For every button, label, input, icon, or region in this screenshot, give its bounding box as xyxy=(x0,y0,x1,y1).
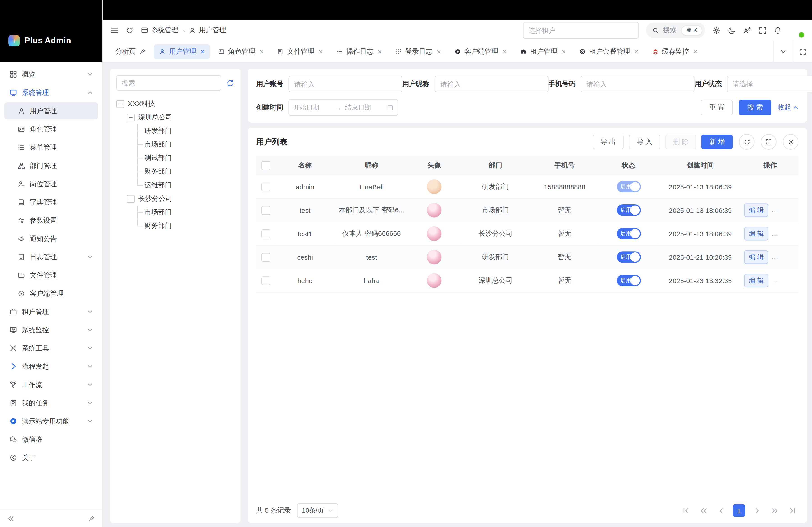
row-checkbox[interactable] xyxy=(261,253,270,261)
sidebar-item-parameter-settings[interactable]: 参数设置 xyxy=(4,212,98,229)
close-icon[interactable]: × xyxy=(437,48,441,55)
tab-operation-log[interactable]: 操作日志 × xyxy=(331,44,387,59)
tab-analysis-page[interactable]: 分析页 xyxy=(110,44,151,59)
sidebar-item-system-management[interactable]: 系统管理 xyxy=(4,84,98,101)
tree-node-dept[interactable]: 市场部门 xyxy=(116,138,234,151)
refresh-icon[interactable] xyxy=(126,26,134,34)
status-select[interactable]: 请选择 xyxy=(727,76,812,92)
breadcrumb-level1[interactable]: 系统管理 xyxy=(151,26,178,35)
page-size-select[interactable]: 10条/页 xyxy=(297,503,338,518)
tab-cache-monitor[interactable]: 缓存监控 × xyxy=(647,44,703,59)
status-toggle[interactable]: 启用 xyxy=(617,251,641,263)
export-button[interactable]: 导 出 xyxy=(593,135,624,149)
prev-page-button[interactable] xyxy=(715,504,728,517)
close-icon[interactable]: × xyxy=(562,48,566,55)
close-icon[interactable]: × xyxy=(259,48,264,55)
account-input[interactable] xyxy=(289,76,402,92)
sidebar-item-process-initiation[interactable]: 流程发起 xyxy=(4,358,98,375)
tree-node-dept[interactable]: 运维部门 xyxy=(116,178,234,192)
sidebar-item-file-management[interactable]: 文件管理 xyxy=(4,267,98,284)
sidebar-item-client-management[interactable]: 客户端管理 xyxy=(4,285,98,302)
table-settings-gear-button[interactable] xyxy=(783,134,798,150)
translate-icon[interactable] xyxy=(743,26,752,34)
search-button[interactable]: 搜 索 xyxy=(739,100,771,115)
fast-forward-button[interactable] xyxy=(768,504,781,517)
sidebar-item-role-management[interactable]: 角色管理 xyxy=(4,120,98,137)
table-refresh-button[interactable] xyxy=(739,134,754,150)
tree-node-branch[interactable]: 长沙分公司 xyxy=(116,192,234,205)
sidebar-item-workflow[interactable]: 工作流 xyxy=(4,376,98,393)
tree-search-input[interactable] xyxy=(116,75,221,91)
sidebar-item-overview[interactable]: 概览 xyxy=(4,66,98,83)
tab-login-log[interactable]: 登录日志 × xyxy=(390,44,446,59)
collapse-box-icon[interactable] xyxy=(116,100,124,108)
tab-client-management[interactable]: 客户端管理 × xyxy=(449,44,512,59)
date-range-picker[interactable]: 开始日期 → 结束日期 xyxy=(289,99,398,116)
nickname-input[interactable] xyxy=(435,76,548,92)
row-checkbox[interactable] xyxy=(261,206,270,215)
tree-node-dept[interactable]: 财务部门 xyxy=(116,219,234,232)
user-avatar[interactable] xyxy=(789,22,804,38)
tab-tenant-management[interactable]: 租户管理 × xyxy=(515,44,571,59)
sidebar-item-demo-features[interactable]: 演示站专用功能 xyxy=(4,412,98,430)
edit-button[interactable]: 编 辑 xyxy=(744,251,768,264)
phone-input[interactable] xyxy=(581,76,695,92)
tab-tenant-package-management[interactable]: 租户套餐管理 × xyxy=(574,44,644,59)
status-toggle[interactable]: 启用 xyxy=(617,181,641,193)
row-checkbox[interactable] xyxy=(261,229,270,238)
sidebar-item-log-management[interactable]: 日志管理 xyxy=(4,248,98,265)
tree-node-branch[interactable]: 深圳总公司 xyxy=(116,110,234,124)
close-icon[interactable]: × xyxy=(200,48,205,55)
reset-button[interactable]: 重 置 xyxy=(701,100,733,115)
tab-file-management[interactable]: 文件管理 × xyxy=(272,44,328,59)
next-page-button[interactable] xyxy=(751,504,763,517)
status-toggle[interactable]: 启用 xyxy=(617,275,641,286)
tree-node-dept[interactable]: 市场部门 xyxy=(116,206,234,219)
global-search-button[interactable]: 搜索 ⌘ K xyxy=(646,22,705,38)
sidebar-item-post-management[interactable]: 岗位管理 xyxy=(4,175,98,192)
tab-user-management[interactable]: 用户管理 × xyxy=(154,44,210,59)
close-icon[interactable]: × xyxy=(693,48,698,55)
collapse-box-icon[interactable] xyxy=(127,195,135,202)
sidebar-item-tenant-management[interactable]: 租户管理 xyxy=(4,303,98,320)
close-icon[interactable]: × xyxy=(378,48,382,55)
sidebar-item-notice-announcement[interactable]: 通知公告 xyxy=(4,230,98,247)
sidebar-item-system-tools[interactable]: 系统工具 xyxy=(4,340,98,357)
sidebar-item-my-tasks[interactable]: 我的任务 xyxy=(4,394,98,411)
sidebar-item-dictionary-management[interactable]: 字典管理 xyxy=(4,193,98,211)
close-icon[interactable]: × xyxy=(634,48,639,55)
row-checkbox[interactable] xyxy=(261,276,270,285)
tree-node-dept[interactable]: 测试部门 xyxy=(116,151,234,165)
tenant-select-input[interactable] xyxy=(523,22,639,39)
tab-role-management[interactable]: 角色管理 × xyxy=(213,44,269,59)
collapse-filters-link[interactable]: 收起 xyxy=(778,103,798,112)
close-icon[interactable]: × xyxy=(318,48,323,55)
tab-list-chevron-button[interactable] xyxy=(773,41,793,62)
status-toggle[interactable]: 启用 xyxy=(617,205,641,216)
close-icon[interactable]: × xyxy=(503,48,507,55)
status-toggle[interactable]: 启用 xyxy=(617,228,641,239)
collapse-box-icon[interactable] xyxy=(127,114,135,121)
sidebar-item-about[interactable]: 关于 xyxy=(4,449,98,466)
last-page-button[interactable] xyxy=(786,504,798,517)
import-button[interactable]: 导 入 xyxy=(629,135,660,149)
select-all-checkbox[interactable] xyxy=(261,161,270,170)
edit-button[interactable]: 编 辑 xyxy=(744,203,768,217)
current-page[interactable]: 1 xyxy=(733,504,745,517)
sidebar-item-user-management[interactable]: 用户管理 xyxy=(4,102,98,119)
edit-button[interactable]: 编 辑 xyxy=(744,274,768,287)
tree-refresh-icon[interactable] xyxy=(227,79,234,87)
tree-node-dept[interactable]: 财务部门 xyxy=(116,165,234,178)
table-fullscreen-button[interactable] xyxy=(761,134,777,150)
gear-icon[interactable] xyxy=(712,26,721,34)
edit-button[interactable]: 编 辑 xyxy=(744,227,768,240)
sidebar-item-system-monitoring[interactable]: 系统监控 xyxy=(4,321,98,338)
fast-back-button[interactable] xyxy=(697,504,710,517)
dark-mode-moon-icon[interactable] xyxy=(728,26,736,34)
row-checkbox[interactable] xyxy=(261,182,270,191)
add-button[interactable]: 新 增 xyxy=(701,135,733,149)
delete-button[interactable]: 删 除 xyxy=(665,135,696,149)
tree-node-dept[interactable]: 研发部门 xyxy=(116,124,234,138)
app-logo[interactable]: Plus Admin xyxy=(0,0,102,62)
bell-icon[interactable] xyxy=(774,26,782,34)
